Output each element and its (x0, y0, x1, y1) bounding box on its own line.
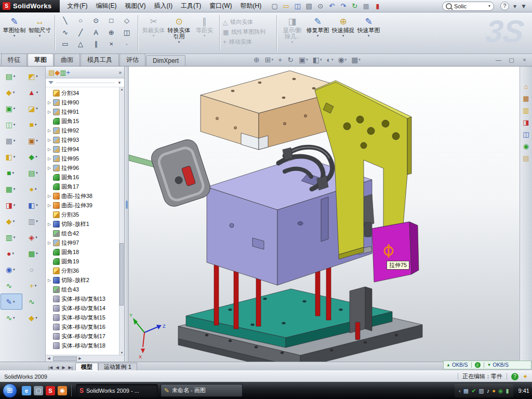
tab-scroll-button[interactable]: ▶ (60, 365, 66, 370)
left-toolbar-button[interactable]: ▣ ▾ (1, 100, 22, 116)
color-swatch-icon[interactable]: ▮ (373, 1, 382, 11)
volume-icon[interactable]: ♪ (487, 388, 490, 394)
ime-icon[interactable]: ▦ (463, 388, 469, 394)
left-toolbar-button[interactable]: ✎ ▾ (1, 294, 22, 310)
menu-item[interactable]: 窗口(W) (205, 0, 236, 12)
dropdown-arrow-icon[interactable]: ▾ (14, 34, 16, 38)
tree-item[interactable]: ▷ 拉伸97 (46, 238, 119, 247)
display-style-icon[interactable]: ◐ ▾ (326, 56, 333, 64)
tab-scroll-button[interactable]: ◀ (54, 365, 60, 370)
tree-item[interactable]: ▷ 曲面-拉伸38 (46, 191, 119, 201)
tree-item[interactable]: 实体-移动/复制16 (46, 322, 119, 331)
flyout-arrow-icon[interactable]: ▾ (14, 74, 17, 78)
tree-item[interactable]: 实体-移动/复制14 (46, 303, 119, 313)
tree-item[interactable]: ▷ 拉伸90 (46, 98, 119, 107)
print-icon[interactable]: ▤ (304, 1, 314, 11)
flyout-arrow-icon[interactable]: ▾ (35, 123, 38, 127)
part-sprue-rod[interactable] (129, 137, 213, 209)
tree-item[interactable]: 分割35 (46, 210, 119, 219)
tab-scroll-button[interactable]: ▶| (67, 365, 74, 370)
left-toolbar-button[interactable]: ◆ ▾ (23, 310, 45, 326)
tree-item[interactable]: ▷ 切除-放样1 (46, 219, 119, 229)
tree-item[interactable]: 圆角16 (46, 172, 119, 182)
solidworks-resources-icon[interactable]: ◨ (523, 119, 529, 126)
sketch-tool-icon[interactable]: ◇ (119, 15, 134, 26)
flyout-arrow-icon[interactable]: ▾ (13, 219, 17, 223)
ribbon-button[interactable]: ✎ 修复草图 ▾ (305, 14, 330, 50)
tree-item[interactable]: 圆角19 (46, 257, 119, 266)
search-dropdown-icon[interactable]: ▾ (488, 4, 490, 8)
tree-item[interactable]: ▷ 拉伸91 (46, 107, 119, 116)
flyout-arrow-icon[interactable]: ▾ (14, 139, 17, 143)
dropdown-arrow-icon[interactable]: ▾ (39, 34, 41, 38)
rotate-view-icon[interactable]: ↻ (287, 56, 294, 64)
show-desktop-icon[interactable]: ▢ (34, 386, 43, 395)
flyout-arrow-icon[interactable]: ▾ (36, 74, 39, 78)
ribbon-button[interactable]: ⊕ 快速捕捉 ▾ (331, 14, 355, 50)
left-toolbar-button[interactable]: ▥ ▾ (23, 213, 45, 229)
flyout-arrow-icon[interactable]: ▾ (13, 90, 17, 95)
flyout-arrow-icon[interactable]: ▾ (12, 251, 16, 256)
tree-item[interactable]: 圆角18 (46, 247, 119, 257)
minimize-button[interactable]: — (495, 57, 502, 63)
sketch-tool-icon[interactable]: ⊕ (104, 27, 118, 38)
left-toolbar-button[interactable]: ◧ ▾ (23, 197, 45, 213)
graphics-viewport[interactable]: Y Z X 拉伸75 (129, 66, 520, 362)
options-icon[interactable]: ▩ (361, 1, 371, 11)
tree-item[interactable]: 实体-移动/复制17 (46, 331, 119, 341)
flyout-arrow-icon[interactable]: ▾ (13, 268, 17, 272)
filter-dropdown-icon[interactable]: ▼ (117, 81, 122, 85)
dropdown-arrow-icon[interactable]: ▾ (204, 34, 206, 38)
expand-arrow-icon[interactable]: ▷ (47, 110, 51, 114)
expand-arrow-icon[interactable]: ▷ (47, 203, 51, 208)
propertymanager-icon[interactable]: ◆ (55, 69, 60, 76)
tree-item[interactable]: 实体-移动/复制13 (46, 294, 119, 303)
dropdown-arrow-icon[interactable]: ▾ (178, 40, 180, 44)
expand-arrow-icon[interactable]: ▷ (47, 222, 51, 227)
ribbon-stack-button[interactable]: △ 镜向实体 (223, 18, 274, 26)
expand-arrow-icon[interactable]: ▷ (47, 100, 51, 105)
dropdown-arrow-icon[interactable]: ▾ (317, 34, 319, 38)
tree-item[interactable]: ▷ 拉伸95 (46, 154, 119, 163)
scene-icon[interactable]: ◉ ▾ (338, 56, 347, 64)
flyout-arrow-icon[interactable]: ▾ (14, 155, 17, 159)
ribbon-stack-button[interactable]: + 移动实体 (223, 38, 274, 46)
tree-item[interactable]: ▷ 切除-放样2 (46, 275, 119, 285)
scroll-left-icon[interactable]: ◀ (46, 356, 52, 361)
ribbon-stack-button[interactable]: ▦ 线性草图阵列 (223, 28, 274, 36)
command-tab[interactable]: 曲面 (54, 54, 80, 66)
flyout-arrow-icon[interactable]: ▾ (35, 235, 39, 240)
left-toolbar-button[interactable]: ◆ ▾ (1, 84, 22, 100)
restore-button[interactable]: ▢ (508, 57, 515, 63)
expand-arrow-icon[interactable]: ▷ (47, 147, 51, 152)
left-toolbar-button[interactable]: ■ ▾ (23, 116, 45, 132)
left-toolbar-button[interactable]: ○ (23, 261, 45, 277)
left-toolbar-button[interactable]: ∿ (23, 294, 45, 310)
menu-item[interactable]: 帮助(H) (236, 0, 266, 12)
command-tab[interactable]: DimXpert (146, 55, 185, 66)
security-center-icon[interactable]: ✔ (471, 388, 476, 394)
panel-chevron-icon[interactable]: » (118, 70, 122, 75)
left-toolbar-button[interactable]: ▤ ▾ (1, 68, 22, 84)
tab-scroll-button[interactable]: |◀ (47, 365, 54, 370)
dropdown-arrow-icon[interactable]: ▾ (291, 40, 294, 44)
flyout-arrow-icon[interactable]: ▾ (36, 219, 39, 223)
part-side-block[interactable] (372, 222, 419, 282)
flyout-arrow-icon[interactable]: ▾ (36, 107, 39, 111)
window-menu-icon[interactable]: ▼ (521, 3, 527, 10)
left-toolbar-button[interactable]: ▣ ▾ (23, 132, 45, 149)
flyout-arrow-icon[interactable]: ▾ (36, 203, 39, 207)
help-dropdown-icon[interactable]: ▾ (513, 3, 516, 10)
flyout-arrow-icon[interactable]: ▾ (35, 284, 38, 288)
sketch-tool-icon[interactable]: ╱ (74, 27, 88, 38)
ribbon-button[interactable]: ✎ 草图绘制 ▾ (2, 14, 26, 50)
sketch-tool-icon[interactable]: A (89, 27, 103, 38)
menu-item[interactable]: 编辑(E) (92, 0, 121, 12)
flyout-arrow-icon[interactable]: ▾ (13, 316, 17, 320)
model-tab[interactable]: 运动算例 1 (98, 363, 137, 370)
scrollbar-thumb[interactable] (119, 243, 124, 305)
flyout-arrow-icon[interactable]: ▾ (14, 123, 17, 127)
zoom-area-icon[interactable]: ⊞ ▾ (265, 56, 273, 64)
ribbon-button[interactable]: ✂ 剪裁实体 ▾ (141, 14, 166, 50)
tree-item[interactable]: 组合43 (46, 285, 119, 294)
